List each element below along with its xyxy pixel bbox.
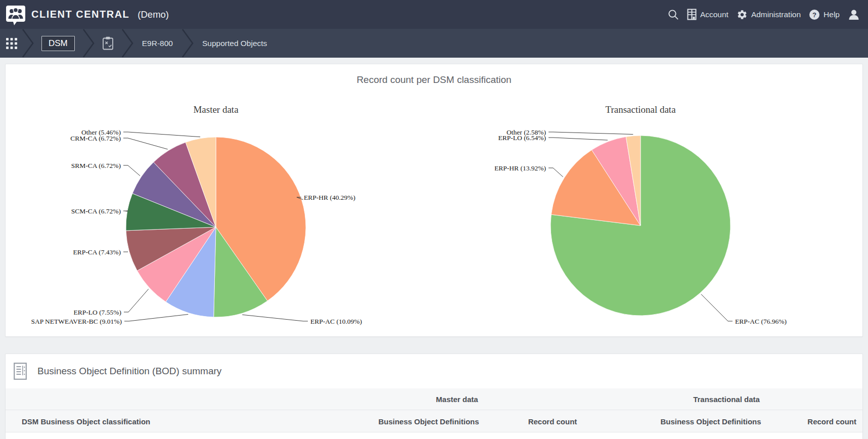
pie-label-leader-line: [123, 138, 168, 149]
nav-account[interactable]: Account: [687, 9, 728, 20]
pie-label-leader-line: [124, 289, 149, 312]
bod-table-header: Master data Transactional data DSM Busin…: [6, 388, 862, 432]
chart-card: Record count per DSM classification Mast…: [5, 64, 863, 337]
nav-administration[interactable]: Administration: [737, 9, 801, 20]
bod-table-column-row: DSM Business Object classification Busin…: [6, 410, 862, 432]
breadcrumb-chevron-icon: [121, 29, 134, 58]
pie-slice-label: Other (5.46%): [81, 128, 121, 136]
pie-label-leader-line: [123, 165, 140, 176]
pie-label-leader-line: [242, 315, 308, 321]
app-launcher-grid-icon[interactable]: [6, 38, 17, 49]
col-header-classification: DSM Business Object classification: [22, 417, 150, 425]
breadcrumb: DSM E9R-800 Supported Objects: [0, 29, 868, 58]
client-central-logo-icon[interactable]: [5, 4, 26, 26]
pie-label-leader-line: [701, 294, 733, 321]
pie-label-leader-line: [549, 138, 608, 140]
pie-slice-label: ERP-HR (40.29%): [304, 194, 355, 201]
pie-label-leader-line: [549, 168, 563, 177]
clipboard-icon[interactable]: [102, 36, 114, 50]
app-title: CLIENT CENTRAL: [31, 9, 129, 20]
building-icon: [687, 9, 697, 20]
group-header-master-data: Master data: [436, 395, 478, 404]
main-content: Record count per DSM classification Mast…: [0, 58, 868, 439]
pie-chart-title: Master data: [193, 104, 239, 115]
pie-slice-label: ERP-AC (76.96%): [735, 318, 787, 325]
user-avatar-icon[interactable]: [848, 9, 860, 21]
col-header-bod-master: Business Object Definitions: [378, 417, 479, 425]
help-icon: ?: [809, 9, 820, 20]
app-header: CLIENT CENTRAL (Demo) Account Administra…: [0, 0, 868, 29]
administration-label: Administration: [751, 10, 801, 19]
group-header-transactional-data: Transactional data: [693, 395, 760, 404]
bod-card-header: Business Object Definition (BOD) summary: [6, 354, 862, 388]
pie-label-leader-line: [124, 315, 188, 321]
breadcrumb-item-page: Supported Objects: [202, 39, 267, 48]
nav-help[interactable]: ? Help: [809, 9, 840, 20]
col-header-recordcount-transactional: Record count: [807, 417, 856, 425]
breadcrumb-chevron-icon: [82, 29, 95, 58]
pie-slice-label: SAP NETWEAVER-BC (9.01%): [31, 318, 122, 325]
help-label: Help: [824, 10, 840, 19]
bod-card-title: Business Object Definition (BOD) summary: [37, 366, 221, 377]
app-mode-label: (Demo): [138, 9, 169, 20]
breadcrumb-item-system[interactable]: E9R-800: [142, 39, 173, 48]
search-icon[interactable]: [667, 9, 679, 20]
pie-slice-label: ERP-LO (7.55%): [74, 309, 122, 316]
gear-icon: [737, 9, 748, 20]
bod-summary-card: Business Object Definition (BOD) summary…: [5, 354, 863, 439]
document-summary-icon: [14, 363, 27, 380]
breadcrumb-chevron-icon: [181, 29, 194, 58]
pie-slice-label: ERP-AC (10.09%): [310, 318, 362, 325]
pie-label-leader-line: [549, 132, 633, 135]
pie-slice-label: SCM-CA (6.72%): [71, 207, 121, 215]
header-nav: Account Administration ? Help: [659, 9, 860, 21]
breadcrumb-chevron-icon: [21, 29, 34, 58]
col-header-bod-transactional: Business Object Definitions: [660, 417, 761, 425]
pie-slice-label: Other (2.58%): [507, 128, 546, 136]
account-label: Account: [700, 10, 728, 19]
pie-label-leader-line: [123, 132, 200, 137]
bod-table-group-row: Master data Transactional data: [6, 388, 862, 410]
pie-slice-label: ERP-HR (13.92%): [494, 164, 546, 172]
col-header-recordcount-master: Record count: [528, 417, 577, 425]
pie-chart-title: Transactional data: [605, 104, 676, 115]
breadcrumb-item-dsm[interactable]: DSM: [41, 36, 75, 51]
pie-slice-label: SRM-CA (6.72%): [71, 162, 121, 169]
pie-charts-canvas: Master dataERP-HR (40.29%)ERP-AC (10.09%…: [6, 64, 862, 336]
svg-text:?: ?: [812, 11, 816, 18]
pie-slice-label: ERP-CA (7.43%): [73, 248, 121, 256]
